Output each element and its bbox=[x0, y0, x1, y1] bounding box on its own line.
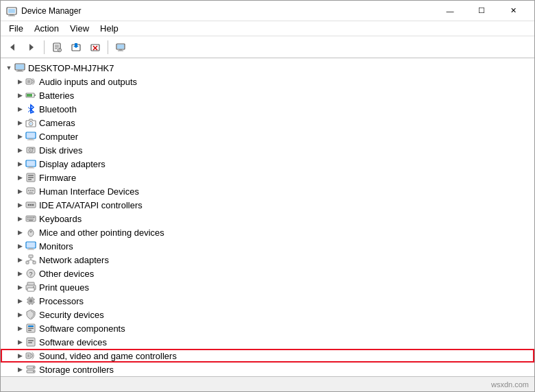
tree-item-hid[interactable]: ▶ Human Interface Devices bbox=[1, 184, 534, 198]
device-tree[interactable]: ▼ DESKTOP-MHJ7HK7 ▶ bbox=[1, 58, 534, 376]
menu-file[interactable]: File bbox=[3, 22, 29, 35]
svg-rect-97 bbox=[33, 286, 34, 288]
expand-ide-icon[interactable]: ▶ bbox=[14, 199, 25, 210]
expand-network-icon[interactable]: ▶ bbox=[14, 254, 25, 265]
expand-security-icon[interactable]: ▶ bbox=[14, 309, 25, 320]
svg-rect-66 bbox=[27, 217, 29, 219]
menu-view[interactable]: View bbox=[64, 22, 95, 35]
bluetooth-icon bbox=[25, 103, 36, 114]
tree-item-software-components[interactable]: ▶ Software components bbox=[1, 321, 534, 335]
toolbar bbox=[1, 36, 534, 58]
keyboards-icon bbox=[25, 213, 36, 224]
software-devices-label: Software devices bbox=[39, 337, 107, 347]
expand-display-icon[interactable]: ▶ bbox=[14, 158, 25, 169]
tree-item-cameras[interactable]: ▶ Cameras bbox=[1, 116, 534, 130]
svg-rect-84 bbox=[29, 248, 33, 249]
expand-monitors-icon[interactable]: ▶ bbox=[14, 241, 25, 252]
audio-icon bbox=[25, 76, 36, 87]
software-devices-icon bbox=[25, 336, 36, 347]
expand-hid-icon[interactable]: ▶ bbox=[14, 186, 25, 197]
expand-audio-icon[interactable]: ▶ bbox=[14, 76, 25, 87]
toolbar-update-button[interactable] bbox=[67, 39, 85, 56]
toolbar-properties-button[interactable] bbox=[48, 39, 66, 56]
svg-rect-19 bbox=[117, 45, 124, 49]
toolbar-uninstall-button[interactable] bbox=[86, 39, 104, 56]
close-button[interactable]: ✕ bbox=[497, 1, 529, 21]
storage-icon bbox=[25, 364, 36, 375]
tree-item-sound[interactable]: ▶ Sound, video and game controllers bbox=[1, 349, 534, 363]
disk-icon bbox=[25, 145, 36, 156]
svg-rect-69 bbox=[32, 217, 33, 219]
svg-rect-59 bbox=[29, 193, 33, 193]
tree-item-monitors[interactable]: ▶ Monitors bbox=[1, 239, 534, 253]
svg-marker-14 bbox=[73, 43, 79, 48]
tree-item-print[interactable]: ▶ Print queues bbox=[1, 280, 534, 294]
tree-item-batteries[interactable]: ▶ Batteries bbox=[1, 88, 534, 102]
ide-icon bbox=[25, 199, 36, 210]
expand-mice-icon[interactable]: ▶ bbox=[14, 227, 25, 238]
tree-item-audio[interactable]: ▶ Audio inputs and outputs bbox=[1, 75, 534, 88]
hid-icon bbox=[25, 186, 36, 197]
tree-item-computer[interactable]: ▶ Computer bbox=[1, 130, 534, 143]
mice-icon bbox=[25, 227, 36, 238]
tree-item-other[interactable]: ▶ ? Other devices bbox=[1, 267, 534, 280]
sound-label: Sound, video and game controllers bbox=[39, 351, 177, 361]
svg-point-12 bbox=[60, 48, 60, 49]
svg-rect-29 bbox=[34, 95, 36, 96]
expand-disk-icon[interactable]: ▶ bbox=[14, 145, 25, 156]
ide-label: IDE ATA/ATAPI controllers bbox=[39, 200, 142, 210]
toolbar-back-button[interactable] bbox=[3, 39, 21, 56]
expand-bluetooth-icon[interactable]: ▶ bbox=[14, 103, 25, 114]
maximize-button[interactable]: ☐ bbox=[466, 1, 497, 21]
expand-root-icon[interactable]: ▼ bbox=[3, 62, 14, 73]
svg-rect-41 bbox=[29, 138, 33, 140]
svg-rect-27 bbox=[27, 80, 30, 83]
expand-other-icon[interactable]: ▶ bbox=[14, 268, 25, 279]
tree-item-firmware[interactable]: ▶ Firmware bbox=[1, 171, 534, 184]
svg-rect-72 bbox=[27, 219, 29, 220]
toolbar-monitor-button[interactable] bbox=[112, 39, 129, 56]
other-label: Other devices bbox=[39, 269, 94, 279]
svg-rect-116 bbox=[27, 354, 29, 357]
expand-processors-icon[interactable]: ▶ bbox=[14, 295, 25, 306]
tree-item-software-devices[interactable]: ▶ Software devices bbox=[1, 335, 534, 349]
storage-label: Storage controllers bbox=[39, 365, 114, 375]
expand-computer-icon[interactable]: ▶ bbox=[14, 131, 25, 142]
menu-action[interactable]: Action bbox=[29, 22, 64, 35]
software-components-icon bbox=[25, 323, 36, 334]
tree-item-ide[interactable]: ▶ IDE ATA/ATAPI controllers bbox=[1, 198, 534, 212]
svg-rect-3 bbox=[8, 15, 15, 16]
expand-sound-icon[interactable]: ▶ bbox=[14, 350, 25, 361]
expand-batteries-icon[interactable]: ▶ bbox=[14, 90, 25, 101]
svg-rect-96 bbox=[27, 288, 34, 291]
expand-software-devices-icon[interactable]: ▶ bbox=[14, 336, 25, 347]
tree-item-network[interactable]: ▶ Network adapters bbox=[1, 253, 534, 267]
expand-print-icon[interactable]: ▶ bbox=[14, 282, 25, 293]
tree-item-display[interactable]: ▶ Display adapters bbox=[1, 157, 534, 171]
expand-software-components-icon[interactable]: ▶ bbox=[14, 323, 25, 334]
tree-item-mice[interactable]: ▶ Mice and other pointing devices bbox=[1, 225, 534, 239]
expand-storage-icon[interactable]: ▶ bbox=[14, 364, 25, 375]
menu-help[interactable]: Help bbox=[95, 22, 124, 35]
tree-item-security[interactable]: ▶ Security devices bbox=[1, 308, 534, 321]
expand-keyboards-icon[interactable]: ▶ bbox=[14, 213, 25, 224]
tree-item-processors[interactable]: ▶ Processors bbox=[1, 294, 534, 308]
tree-item-storage[interactable]: ▶ Storage controllers bbox=[1, 363, 534, 376]
svg-rect-42 bbox=[27, 140, 34, 140]
tree-item-disk[interactable]: ▶ Disk drives bbox=[1, 143, 534, 157]
tree-item-keyboards[interactable]: ▶ Keyboards bbox=[1, 212, 534, 225]
svg-rect-113 bbox=[28, 340, 34, 341]
tree-item-bluetooth[interactable]: ▶ Bluetooth bbox=[1, 102, 534, 116]
toolbar-forward-button[interactable] bbox=[23, 39, 40, 56]
network-label: Network adapters bbox=[39, 255, 109, 265]
expand-cameras-icon[interactable]: ▶ bbox=[14, 117, 25, 128]
expand-firmware-icon[interactable]: ▶ bbox=[14, 172, 25, 183]
svg-rect-67 bbox=[29, 217, 30, 219]
bluetooth-label: Bluetooth bbox=[39, 104, 77, 114]
tree-root[interactable]: ▼ DESKTOP-MHJ7HK7 bbox=[1, 61, 534, 75]
svg-rect-21 bbox=[118, 50, 123, 51]
minimize-button[interactable]: — bbox=[434, 1, 466, 21]
svg-marker-4 bbox=[10, 44, 14, 51]
hid-label: Human Interface Devices bbox=[39, 186, 139, 197]
display-icon bbox=[25, 158, 36, 169]
